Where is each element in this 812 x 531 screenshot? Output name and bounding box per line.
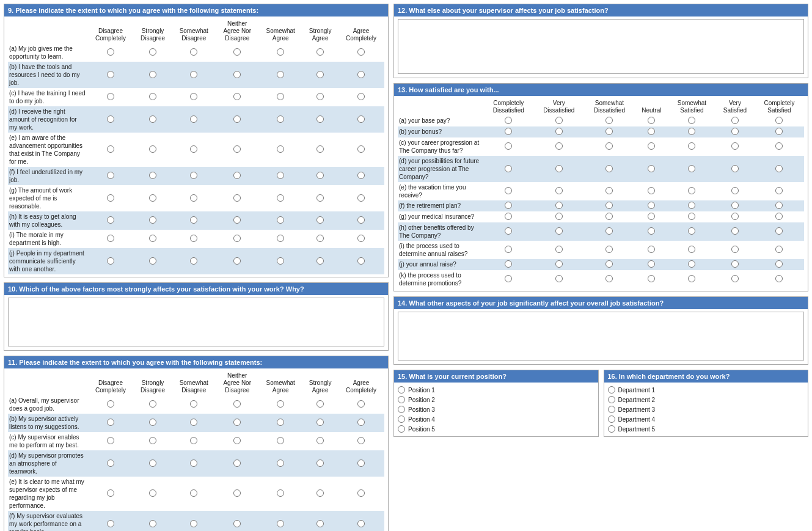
q9-e-r7[interactable] bbox=[338, 133, 384, 167]
q9-g-r6[interactable] bbox=[302, 185, 338, 211]
q9-h-r1[interactable] bbox=[87, 211, 134, 230]
q15-opt2[interactable]: Position 2 bbox=[398, 395, 594, 405]
q9-g-r2[interactable] bbox=[134, 185, 172, 211]
q11-b-r7[interactable] bbox=[338, 414, 384, 432]
q9-h-r6[interactable] bbox=[302, 211, 338, 230]
q9-f-r6[interactable] bbox=[302, 167, 338, 185]
q11-d-r2[interactable] bbox=[134, 450, 172, 477]
q9-h-r2[interactable] bbox=[134, 211, 172, 230]
q9-i-r2[interactable] bbox=[134, 230, 172, 248]
q13-e-r1[interactable] bbox=[483, 182, 534, 200]
q13-i-r3[interactable] bbox=[584, 241, 635, 259]
q9-c-r5[interactable] bbox=[258, 88, 302, 106]
q9-j-r5[interactable] bbox=[258, 248, 302, 274]
q13-a-r7[interactable] bbox=[755, 115, 804, 126]
q9-f-r5[interactable] bbox=[258, 167, 302, 185]
q11-c-r6[interactable] bbox=[302, 432, 338, 450]
q11-f-r5[interactable] bbox=[258, 511, 302, 531]
q13-g-r4[interactable] bbox=[635, 211, 668, 222]
q13-e-r5[interactable] bbox=[668, 182, 715, 200]
q13-b-r3[interactable] bbox=[584, 126, 635, 137]
q16-opt3[interactable]: Department 3 bbox=[608, 405, 805, 414]
q11-e-r1[interactable] bbox=[87, 477, 134, 511]
q13-g-r7[interactable] bbox=[755, 211, 804, 222]
q13-k-r4[interactable] bbox=[635, 270, 668, 288]
q13-i-r6[interactable] bbox=[715, 241, 755, 259]
q13-f-r5[interactable] bbox=[668, 200, 715, 211]
q11-c-r3[interactable] bbox=[172, 432, 216, 450]
q9-d-r1[interactable] bbox=[87, 106, 134, 133]
q11-b-r4[interactable] bbox=[216, 414, 258, 432]
q10-textarea[interactable] bbox=[8, 298, 384, 346]
q9-a-r5[interactable] bbox=[258, 43, 302, 62]
q9-b-r4[interactable] bbox=[216, 62, 258, 88]
q9-c-r4[interactable] bbox=[216, 88, 258, 106]
q13-g-r5[interactable] bbox=[668, 211, 715, 222]
q11-e-r5[interactable] bbox=[258, 477, 302, 511]
q13-k-r3[interactable] bbox=[584, 270, 635, 288]
q13-k-r7[interactable] bbox=[755, 270, 804, 288]
q11-b-r1[interactable] bbox=[87, 414, 134, 432]
q11-b-r2[interactable] bbox=[134, 414, 172, 432]
q15-opt5[interactable]: Position 5 bbox=[398, 424, 594, 434]
q13-h-r1[interactable] bbox=[483, 222, 534, 241]
q13-f-r7[interactable] bbox=[755, 200, 804, 211]
q13-j-r4[interactable] bbox=[635, 259, 668, 270]
q13-h-r7[interactable] bbox=[755, 222, 804, 241]
q13-g-r6[interactable] bbox=[715, 211, 755, 222]
q9-f-r4[interactable] bbox=[216, 167, 258, 185]
q16-opt1[interactable]: Department 1 bbox=[608, 385, 805, 395]
q13-j-r3[interactable] bbox=[584, 259, 635, 270]
q15-opt1[interactable]: Position 1 bbox=[398, 385, 594, 395]
q9-c-r7[interactable] bbox=[338, 88, 384, 106]
q13-b-r7[interactable] bbox=[755, 126, 804, 137]
q13-b-r2[interactable] bbox=[534, 126, 585, 137]
q13-d-r6[interactable] bbox=[715, 156, 755, 182]
q11-c-r5[interactable] bbox=[258, 432, 302, 450]
q9-b-r7[interactable] bbox=[338, 62, 384, 88]
q9-e-r1[interactable] bbox=[87, 133, 134, 167]
q9-f-r7[interactable] bbox=[338, 167, 384, 185]
q11-f-r2[interactable] bbox=[134, 511, 172, 531]
q13-c-r6[interactable] bbox=[715, 137, 755, 156]
q11-e-r7[interactable] bbox=[338, 477, 384, 511]
q13-a-r1[interactable] bbox=[483, 115, 534, 126]
q11-d-r6[interactable] bbox=[302, 450, 338, 477]
q13-i-r7[interactable] bbox=[755, 241, 804, 259]
q13-g-r3[interactable] bbox=[584, 211, 635, 222]
q9-j-r2[interactable] bbox=[134, 248, 172, 274]
q13-d-r4[interactable] bbox=[635, 156, 668, 182]
q13-j-r6[interactable] bbox=[715, 259, 755, 270]
q11-b-r6[interactable] bbox=[302, 414, 338, 432]
q9-g-r7[interactable] bbox=[338, 185, 384, 211]
q14-textarea[interactable] bbox=[398, 312, 804, 361]
q11-c-r1[interactable] bbox=[87, 432, 134, 450]
q9-i-r6[interactable] bbox=[302, 230, 338, 248]
q16-opt5[interactable]: Department 5 bbox=[608, 424, 805, 434]
q13-k-r6[interactable] bbox=[715, 270, 755, 288]
q11-a-r3[interactable] bbox=[172, 395, 216, 414]
q13-a-r4[interactable] bbox=[635, 115, 668, 126]
q9-c-r1[interactable] bbox=[87, 88, 134, 106]
q13-j-r2[interactable] bbox=[534, 259, 585, 270]
q9-h-r4[interactable] bbox=[216, 211, 258, 230]
q13-h-r2[interactable] bbox=[534, 222, 585, 241]
q9-a-r3[interactable] bbox=[172, 43, 216, 62]
q13-c-r4[interactable] bbox=[635, 137, 668, 156]
q9-i-r5[interactable] bbox=[258, 230, 302, 248]
q11-a-r7[interactable] bbox=[338, 395, 384, 414]
q9-h-r3[interactable] bbox=[172, 211, 216, 230]
q13-d-r5[interactable] bbox=[668, 156, 715, 182]
q16-opt2[interactable]: Department 2 bbox=[608, 395, 805, 405]
q13-f-r2[interactable] bbox=[534, 200, 585, 211]
q9-e-r6[interactable] bbox=[302, 133, 338, 167]
q9-c-r6[interactable] bbox=[302, 88, 338, 106]
q13-e-r2[interactable] bbox=[534, 182, 585, 200]
q9-e-r2[interactable] bbox=[134, 133, 172, 167]
q13-f-r1[interactable] bbox=[483, 200, 534, 211]
q13-c-r1[interactable] bbox=[483, 137, 534, 156]
q13-f-r6[interactable] bbox=[715, 200, 755, 211]
q9-h-r5[interactable] bbox=[258, 211, 302, 230]
q9-a-r7[interactable] bbox=[338, 43, 384, 62]
q9-a-r1[interactable] bbox=[87, 43, 134, 62]
